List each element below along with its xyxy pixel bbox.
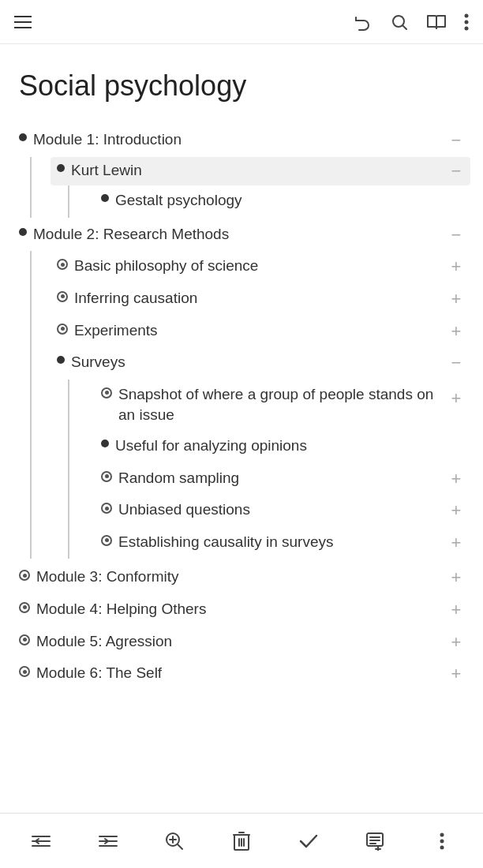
item-text[interactable]: Gestalt psychology [115,190,242,211]
bullet-filled-icon [19,228,27,236]
expand-button[interactable]: + [448,499,464,522]
check-button[interactable] [291,824,326,859]
bullet-circle-icon [101,535,112,546]
item-text[interactable]: Unbiased questions [118,499,250,521]
page-title: Social psychology [19,69,464,103]
item-text[interactable]: Module 3: Conformity [36,567,179,588]
expand-button[interactable]: + [448,320,464,343]
bullet-circle-icon [57,259,68,270]
kurt-children: Gestalt psychology + [57,185,464,218]
outline-item-surveys: Surveys − [57,347,464,380]
bottom-more-button[interactable] [425,824,459,859]
delete-button[interactable] [224,824,259,859]
item-text[interactable]: Module 6: The Self [36,663,162,684]
expand-button[interactable]: + [448,567,464,589]
bullet-circle-icon [101,503,112,514]
more-button[interactable] [464,13,469,31]
expand-button[interactable]: + [448,663,464,686]
bullet-circle-icon [101,387,112,398]
list-item: Module 6: The Self + [19,658,464,690]
list-item: Unbiased questions + [68,495,464,527]
item-text[interactable]: Module 2: Research Methods [33,224,229,245]
list-item: Module 3: Conformity + [19,562,464,594]
toolbar-left [14,16,32,28]
list-item: Gestalt psychology + [68,185,464,218]
list-item: Module 2: Research Methods − Basic philo… [19,219,464,559]
bullet-circle-icon [19,602,30,613]
bullet-filled-icon [57,356,65,364]
item-text[interactable]: Random sampling [118,468,239,489]
item-text[interactable]: Module 4: Helping Others [36,599,206,620]
collapse-button[interactable]: − [448,129,464,152]
outline-item-mod1: Module 1: Introduction − [19,125,464,157]
svg-point-2 [465,13,469,17]
note-button[interactable] [358,824,392,859]
item-text[interactable]: Useful for analyzing opinions [115,436,307,457]
bullet-circle-icon [57,291,68,302]
mod1-children: Kurt Lewin − Gestalt psychology [19,157,464,218]
indent-button[interactable] [91,824,125,859]
bullet-filled-icon [101,440,109,447]
bullet-filled-icon [101,194,109,202]
outline-item-unbiased: Unbiased questions + [101,495,464,527]
list-item: Module 4: Helping Others + [19,594,464,627]
collapse-button[interactable]: − [448,160,464,183]
item-text[interactable]: Kurt Lewin [71,160,142,181]
menu-button[interactable] [14,16,32,28]
item-text[interactable]: Inferring causation [74,288,197,309]
item-text[interactable]: Establishing causality in surveys [118,532,333,553]
bullet-filled-icon [19,133,27,141]
outline-item-experiments: Experiments + [57,316,464,348]
bullet-circle-icon [19,634,30,645]
expand-button[interactable]: + [448,468,464,491]
expand-button[interactable]: + [448,256,464,279]
list-item: Surveys − Snapshot of where a group of p… [30,347,464,559]
expand-button[interactable]: + [448,288,464,311]
list-item: Module 1: Introduction − Kurt Lewin − [19,125,464,218]
outline-item-inferring: Inferring causation + [57,283,464,316]
bottom-toolbar [0,813,483,868]
collapse-button[interactable]: − [448,352,464,375]
expand-button[interactable]: + [448,190,464,213]
search-button[interactable] [390,13,409,32]
outline-list: Module 1: Introduction − Kurt Lewin − [19,125,464,690]
list-item: Basic philosophy of science + [30,251,464,283]
action-placeholder: + [448,436,464,458]
svg-point-0 [393,16,404,27]
undo-button[interactable] [354,13,373,32]
zoom-in-button[interactable] [157,824,192,859]
expand-button[interactable]: + [448,599,464,622]
list-item: Experiments + [30,316,464,348]
book-button[interactable] [426,13,447,32]
item-text[interactable]: Module 1: Introduction [33,129,182,151]
list-item: Inferring causation + [30,283,464,316]
expand-button[interactable]: + [448,387,464,410]
surveys-children: Snapshot of where a group of people stan… [57,380,464,559]
svg-point-27 [440,832,444,836]
collapse-button[interactable]: − [448,224,464,247]
svg-point-3 [465,20,469,24]
list-item: Random sampling + [68,463,464,496]
item-text[interactable]: Basic philosophy of science [74,256,258,277]
outline-item-snapshot: Snapshot of where a group of people stan… [101,380,464,431]
item-text[interactable]: Snapshot of where a group of people stan… [118,384,442,426]
expand-button[interactable]: + [448,532,464,555]
outline-item-useful: Useful for analyzing opinions + [101,431,464,463]
outdent-button[interactable] [24,824,58,859]
bullet-filled-icon [57,164,65,172]
svg-point-4 [465,26,469,30]
bullet-circle-icon [57,324,68,335]
outline-item-mod2: Module 2: Research Methods − [19,219,464,252]
expand-button[interactable]: + [448,631,464,654]
list-item: Kurt Lewin − Gestalt psychology [30,157,464,218]
item-text[interactable]: Module 5: Agression [36,631,172,653]
item-text[interactable]: Experiments [74,320,158,342]
list-item: Module 5: Agression + [19,627,464,659]
outline-item-mod6: Module 6: The Self + [19,658,464,690]
item-text[interactable]: Surveys [71,352,125,373]
toolbar-right [354,13,469,32]
list-item: Establishing causality in surveys + [68,527,464,559]
mod2-children: Basic philosophy of science + Inferring … [19,251,464,559]
main-content: Social psychology Module 1: Introduction… [0,44,483,769]
outline-item-mod4: Module 4: Helping Others + [19,594,464,627]
